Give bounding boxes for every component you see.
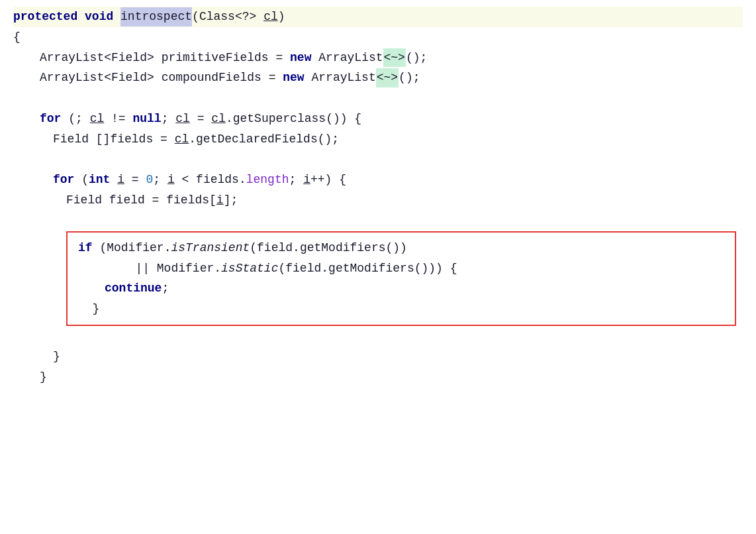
if-line-1: if (Modifier.isTransient(field.getModifi… [78, 238, 724, 258]
lt-fields: < fields. [175, 170, 246, 189]
end1: (); [406, 48, 427, 68]
continue-semi: ; [162, 279, 169, 298]
keyword-void: void [85, 7, 113, 27]
keyword-if: if [78, 239, 93, 258]
if-end2: (field.getModifiers())) { [278, 259, 457, 278]
inc-brace: ++) { [310, 170, 346, 189]
keyword-new1: new [290, 48, 311, 68]
diamond2: <~> [376, 68, 399, 87]
var-i2: i [167, 170, 175, 189]
code-line-9: for (int i = 0; i < fields.length; i++) … [13, 170, 743, 190]
type-arraylist2: ArrayList<Field> compoundFields = [40, 68, 283, 87]
neq: != [104, 109, 132, 129]
for-content2: ( [74, 170, 89, 189]
var-i1: i [117, 170, 124, 189]
code-line-6: for (; cl != null; cl = cl.getSuperclass… [13, 109, 743, 129]
number-zero: 0 [146, 170, 153, 189]
var-cl1: cl [90, 109, 105, 129]
or-modifier: || Modifier. [78, 259, 221, 278]
code-space [77, 7, 85, 27]
keyword-for2: for [53, 170, 74, 189]
bracket-end: ]; [224, 191, 238, 210]
field-type: Field []fields = [53, 130, 175, 149]
code-line-close1: } [13, 347, 743, 367]
red-bordered-block: if (Modifier.isTransient(field.getModifi… [66, 231, 736, 326]
type-arraylist1: ArrayList<Field> primitiveFields = [40, 48, 290, 68]
params-open: (Class<?> [192, 7, 263, 27]
arraylist-type2: ArrayList [305, 68, 376, 87]
diamond1: <~> [383, 48, 406, 68]
var-i3: i [303, 170, 310, 189]
get-declared: .getDeclaredFields(); [189, 130, 339, 149]
if-closing: } [78, 299, 724, 319]
code-line-5 [13, 88, 743, 109]
code-line-1: protected void introspect(Class<?> cl) [13, 7, 743, 27]
if-end1: (field.getModifiers()) [250, 239, 407, 258]
semi-cl: ; [162, 109, 176, 129]
close-inner-for: } [53, 347, 60, 366]
is-static: isStatic [221, 259, 278, 278]
code-line-end1 [13, 326, 743, 347]
if-content1: (Modifier. [93, 239, 171, 258]
keyword-protected: protected [13, 7, 77, 27]
params-close: ) [278, 7, 285, 27]
code-line-10: Field field = fields[i]; [13, 190, 743, 211]
keyword-for1: for [40, 109, 61, 129]
semi-i: ; [153, 170, 167, 189]
length-keyword: length [246, 170, 289, 189]
field-var: Field field = fields[ [66, 191, 216, 210]
if-line-2: || Modifier.isStatic(field.getModifiers(… [78, 258, 724, 279]
keyword-continue: continue [105, 279, 162, 298]
var-i4: i [216, 191, 224, 210]
code-line-3: ArrayList<Field> primitiveFields = new A… [13, 48, 743, 68]
arraylist-type1: ArrayList [311, 48, 383, 68]
keyword-new2: new [283, 68, 304, 87]
brace-if-close: } [78, 299, 99, 319]
keyword-int: int [89, 170, 110, 189]
code-line-2: { [13, 27, 743, 48]
is-transient: isTransient [171, 239, 250, 258]
code-line-4: ArrayList<Field> compoundFields = new Ar… [13, 68, 743, 88]
keyword-null: null [132, 109, 161, 129]
param-cl: cl [263, 7, 278, 27]
code-line-11 [13, 211, 743, 231]
code-line-close2: } [13, 367, 743, 388]
continue-line: continue; [78, 278, 724, 299]
semi-i2: ; [289, 170, 304, 189]
code-line-7: Field []fields = cl.getDeclaredFields(); [13, 129, 743, 150]
code-viewer: protected void introspect(Class<?> cl) {… [0, 0, 756, 394]
brace-open: { [13, 28, 21, 47]
var-i-decl [110, 170, 117, 189]
method-name-selected: introspect [120, 7, 192, 27]
get-superclass: .getSuperclass()) { [226, 109, 361, 129]
code-line-8 [13, 150, 743, 170]
end2: (); [399, 68, 420, 87]
var-cl4: cl [175, 130, 189, 149]
var-cl2: cl [175, 109, 190, 129]
for-content1: (; [61, 109, 89, 129]
close-outer-for: } [40, 368, 47, 387]
var-cl3: cl [211, 109, 226, 129]
code-space2 [113, 7, 120, 27]
assign-cl: = [190, 109, 211, 129]
assign-i: = [124, 170, 146, 189]
